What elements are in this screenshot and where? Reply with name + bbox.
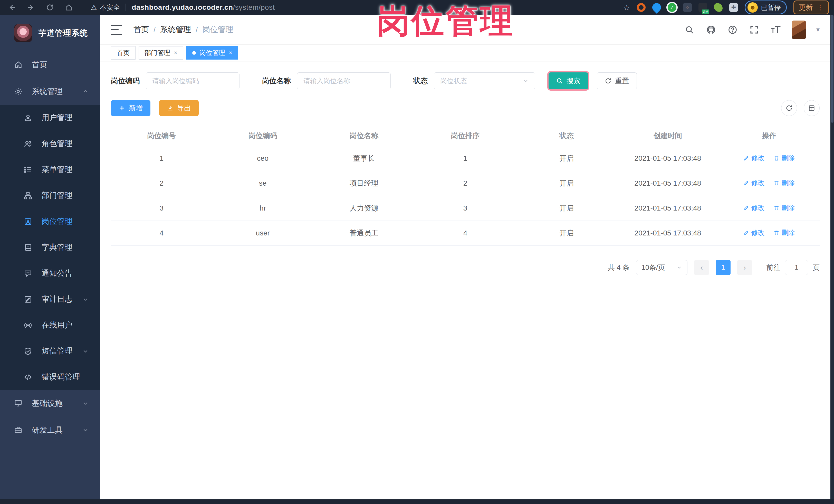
sidebar-item-label: 岗位管理 (42, 216, 72, 227)
sitemap-icon (23, 191, 33, 200)
sidebar-item-岗位管理[interactable]: 岗位管理 (0, 209, 100, 235)
edit-icon (743, 230, 749, 236)
post-name-input[interactable] (297, 72, 391, 89)
sidebar-item-label: 菜单管理 (42, 164, 72, 175)
home-icon (13, 60, 23, 70)
sidebar-item-通知公告[interactable]: 通知公告 (0, 260, 100, 286)
cell-post-id: 2 (111, 171, 212, 196)
app-logo[interactable]: 芋道管理系统 (0, 15, 100, 51)
sidebar-item-用户管理[interactable]: 用户管理 (0, 105, 100, 131)
extension-leaf-icon[interactable] (714, 3, 723, 12)
post-code-input[interactable] (146, 72, 240, 89)
column-settings-icon[interactable] (804, 100, 820, 116)
breadcrumb-system[interactable]: 系统管理 (160, 24, 191, 35)
delete-link[interactable]: 删除 (773, 228, 795, 237)
breadcrumb-current: 岗位管理 (202, 24, 233, 35)
extensions-puzzle-icon[interactable]: ✚ (729, 3, 738, 12)
sidebar-item-错误码管理[interactable]: 错误码管理 (0, 364, 100, 390)
edit-link[interactable]: 修改 (743, 178, 765, 188)
code-icon (23, 372, 33, 382)
refresh-table-icon[interactable] (781, 100, 797, 116)
delete-link[interactable]: 删除 (773, 203, 795, 212)
cell-status: 开启 (516, 171, 617, 196)
close-tab-icon[interactable]: × (229, 49, 232, 57)
next-page-button[interactable]: › (737, 260, 752, 275)
address-bar[interactable]: dashboard.yudao.iocoder.cn/system/post (132, 3, 275, 12)
sidebar-item-系统管理[interactable]: 系统管理 (0, 78, 100, 105)
export-button[interactable]: 导出 (159, 100, 199, 116)
sidebar-item-在线用户[interactable]: 在线用户 (0, 312, 100, 338)
scrollbar-thumb[interactable] (831, 15, 833, 123)
status-select[interactable]: 岗位状态 (434, 72, 535, 89)
page-1-button[interactable]: 1 (716, 260, 730, 275)
kebab-menu-icon[interactable]: ⋮ (817, 4, 824, 12)
sidebar-item-label: 字典管理 (42, 242, 72, 253)
cell-post-code: hr (212, 196, 313, 221)
close-tab-icon[interactable]: × (174, 49, 177, 57)
sidebar-item-首页[interactable]: 首页 (0, 51, 100, 78)
prev-page-button[interactable]: ‹ (694, 260, 709, 275)
url-path: /system/post (233, 3, 275, 11)
tab-部门管理[interactable]: 部门管理× (139, 46, 183, 60)
search-button[interactable]: 搜索 (549, 72, 588, 89)
github-icon[interactable] (705, 24, 717, 36)
font-size-icon[interactable] (770, 24, 782, 36)
sidebar-item-基础设施[interactable]: 基础设施 (0, 390, 100, 417)
extension-gm-icon[interactable] (699, 3, 707, 12)
edit-link[interactable]: 修改 (743, 203, 765, 212)
search-icon[interactable] (684, 24, 695, 36)
cell-post-sort: 3 (415, 196, 516, 221)
cell-post-code: ceo (212, 146, 313, 171)
sidebar-item-研发工具[interactable]: 研发工具 (0, 417, 100, 443)
collapse-sidebar-icon[interactable] (111, 25, 122, 35)
site-security[interactable]: ⚠ 不安全 (91, 3, 120, 12)
user-avatar[interactable] (792, 21, 806, 39)
breadcrumb-home[interactable]: 首页 (133, 24, 149, 35)
fullscreen-icon[interactable] (748, 24, 760, 36)
add-button[interactable]: 新增 (111, 100, 150, 116)
goto-page-input[interactable] (785, 260, 808, 275)
extension-orange-icon[interactable] (637, 3, 645, 12)
cell-created-time: 2021-01-05 17:03:48 (617, 171, 718, 196)
chevron-down-icon[interactable]: ▾ (816, 26, 820, 34)
reset-button[interactable]: 重置 (597, 72, 637, 89)
sidebar-item-label: 角色管理 (42, 138, 72, 149)
profile-paused-badge[interactable]: ☻ 已暂停 (745, 1, 787, 14)
sidebar-item-部门管理[interactable]: 部门管理 (0, 182, 100, 209)
browser-update-button[interactable]: 更新 ⋮ (793, 1, 829, 14)
reload-icon[interactable] (45, 3, 54, 12)
post-name-label: 岗位名称 (262, 76, 291, 86)
edit-icon (743, 205, 749, 211)
shield-icon (23, 346, 33, 356)
extension-grid-icon[interactable]: ⁘ (683, 3, 692, 12)
sidebar-item-审计日志[interactable]: 审计日志 (0, 286, 100, 312)
back-icon[interactable] (7, 3, 17, 12)
edit-link[interactable]: 修改 (743, 154, 765, 162)
cell-post-code: se (212, 171, 313, 196)
delete-link[interactable]: 删除 (773, 154, 795, 162)
tab-首页[interactable]: 首页 (111, 46, 135, 60)
extension-check-icon[interactable]: ✓ (668, 3, 676, 12)
sidebar-item-字典管理[interactable]: 字典管理 (0, 235, 100, 260)
page-scrollbar[interactable] (830, 15, 834, 504)
sidebar-item-label: 在线用户 (42, 320, 72, 330)
security-label: 不安全 (100, 3, 120, 12)
editlog-icon (23, 294, 33, 304)
delete-link[interactable]: 删除 (773, 178, 795, 188)
page-size-select[interactable]: 10条/页 (636, 260, 687, 275)
extension-pin-icon[interactable] (651, 1, 663, 14)
cell-status: 开启 (516, 146, 617, 171)
edit-link[interactable]: 修改 (743, 228, 765, 237)
bookmark-star-icon[interactable]: ☆ (623, 3, 630, 12)
home-icon[interactable] (64, 3, 73, 12)
help-icon[interactable] (727, 24, 738, 36)
cell-created-time: 2021-01-05 17:03:48 (617, 221, 718, 245)
column-header: 岗位编号 (111, 126, 212, 146)
sidebar-item-角色管理[interactable]: 角色管理 (0, 131, 100, 157)
tab-岗位管理[interactable]: 岗位管理× (186, 46, 238, 60)
sidebar-item-短信管理[interactable]: 短信管理 (0, 338, 100, 364)
forward-icon[interactable] (26, 3, 36, 12)
sidebar-item-菜单管理[interactable]: 菜单管理 (0, 157, 100, 182)
url-host: dashboard.yudao.iocoder.cn (132, 3, 233, 11)
edit-icon (743, 155, 749, 161)
